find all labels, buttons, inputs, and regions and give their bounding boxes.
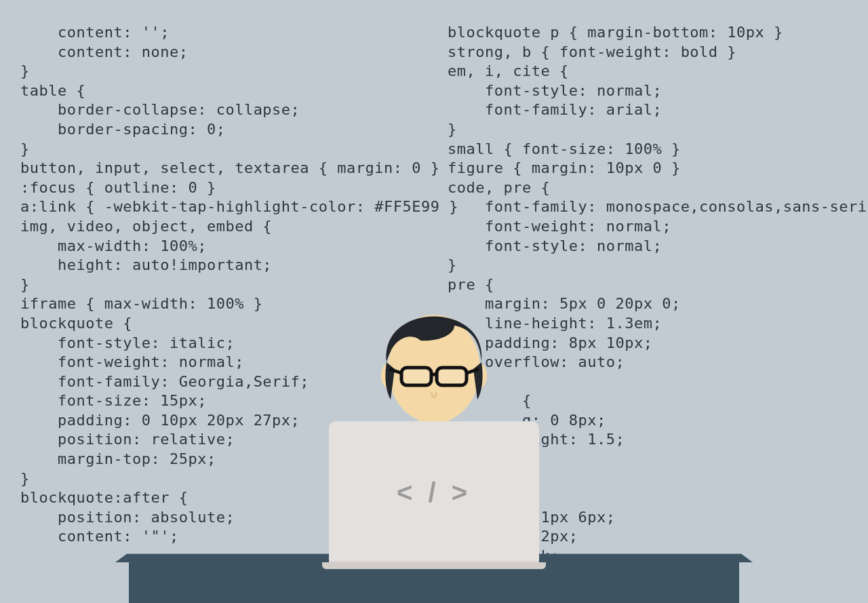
laptop-back: < / > [329, 421, 539, 564]
svg-rect-6 [437, 368, 467, 385]
laptop: < / > [329, 421, 539, 564]
illustration-stage: content: ''; content: none; } table { bo… [0, 0, 868, 603]
laptop-base [322, 562, 546, 569]
svg-rect-5 [401, 368, 431, 385]
code-icon: < / > [397, 478, 471, 508]
